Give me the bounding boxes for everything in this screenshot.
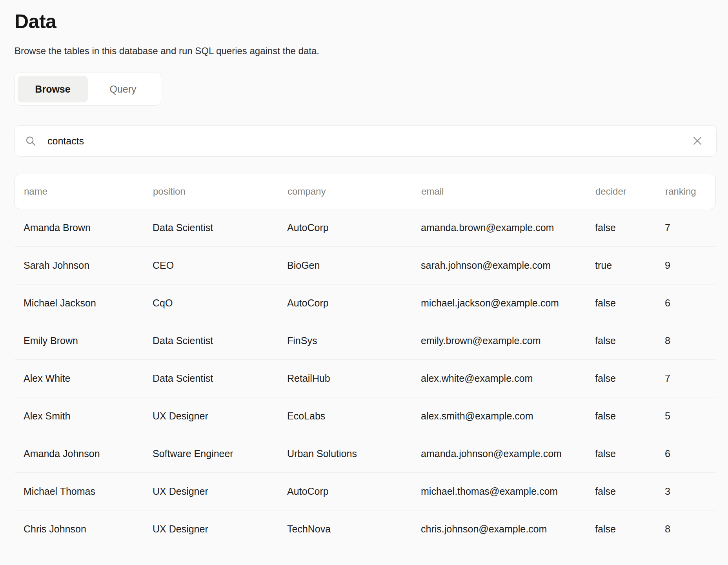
cell-decider: false	[595, 410, 665, 422]
cell-email: michael.thomas@example.com	[421, 486, 595, 497]
cell-name: Amanda Johnson	[24, 448, 153, 459]
column-header-ranking: ranking	[665, 186, 706, 197]
cell-email: amanda.johnson@example.com	[421, 448, 595, 459]
table-header-row: name position company email decider rank…	[15, 174, 716, 209]
cell-name: Alex White	[24, 373, 153, 384]
column-header-company: company	[288, 186, 421, 197]
cell-decider: false	[595, 373, 665, 384]
table-row[interactable]: Emily Brown Data Scientist FinSys emily.…	[15, 322, 716, 360]
cell-decider: false	[595, 222, 665, 233]
cell-name: Amanda Brown	[24, 222, 153, 233]
cell-ranking: 3	[665, 486, 707, 497]
cell-decider: false	[595, 486, 665, 497]
cell-ranking: 9	[665, 260, 707, 271]
cell-position: CqO	[153, 297, 287, 309]
cell-name: Chris Johnson	[24, 523, 153, 535]
cell-company: RetailHub	[287, 373, 421, 384]
tab-query[interactable]: Query	[88, 76, 158, 102]
cell-company: FinSys	[287, 335, 421, 346]
cell-name: Emily Brown	[24, 335, 153, 346]
cell-position: UX Designer	[153, 486, 287, 497]
cell-company: AutoCorp	[287, 297, 421, 309]
cell-decider: false	[595, 448, 665, 459]
cell-ranking: 6	[665, 448, 707, 459]
cell-email: sarah.johnson@example.com	[421, 260, 595, 271]
cell-company: EcoLabs	[287, 410, 421, 422]
cell-name: Michael Jackson	[24, 297, 153, 309]
table-search-bar[interactable]	[15, 125, 717, 157]
cell-position: UX Designer	[153, 410, 287, 422]
page-title: Data	[15, 10, 717, 33]
cell-decider: false	[595, 335, 665, 346]
cell-ranking: 8	[665, 335, 707, 346]
cell-position: Data Scientist	[153, 373, 287, 384]
table-row[interactable]: Michael Jackson CqO AutoCorp michael.jac…	[15, 284, 716, 322]
cell-decider: false	[595, 297, 665, 309]
browse-query-tab-group: Browse Query	[15, 73, 161, 106]
table-row[interactable]: Alex Smith UX Designer EcoLabs alex.smit…	[15, 397, 716, 435]
cell-name: Sarah Johnson	[24, 260, 153, 271]
table-row[interactable]: Sarah Johnson CEO BioGen sarah.johnson@e…	[15, 247, 716, 284]
table-row[interactable]: Michael Thomas UX Designer AutoCorp mich…	[15, 473, 716, 510]
column-header-decider: decider	[595, 186, 665, 197]
cell-company: AutoCorp	[287, 486, 421, 497]
search-input[interactable]	[47, 135, 690, 147]
cell-decider: false	[595, 523, 665, 535]
contacts-table: name position company email decider rank…	[15, 174, 716, 548]
cell-ranking: 5	[665, 410, 707, 422]
table-row[interactable]: Alex White Data Scientist RetailHub alex…	[15, 360, 716, 397]
column-header-email: email	[421, 186, 595, 197]
column-header-name: name	[24, 186, 153, 197]
cell-name: Alex Smith	[24, 410, 153, 422]
cell-ranking: 8	[665, 523, 707, 535]
cell-position: Data Scientist	[153, 335, 287, 346]
search-icon	[25, 135, 36, 147]
column-header-position: position	[153, 186, 288, 197]
clear-search-button[interactable]	[690, 133, 705, 149]
cell-position: UX Designer	[153, 523, 287, 535]
table-body: Amanda Brown Data Scientist AutoCorp ama…	[15, 209, 716, 548]
cell-email: michael.jackson@example.com	[421, 297, 595, 309]
table-row[interactable]: Amanda Johnson Software Engineer Urban S…	[15, 435, 716, 473]
cell-email: chris.johnson@example.com	[421, 523, 595, 535]
cell-decider: true	[595, 260, 665, 271]
cell-position: Software Engineer	[153, 448, 287, 459]
close-icon	[692, 135, 703, 147]
cell-ranking: 6	[665, 297, 707, 309]
cell-position: CEO	[153, 260, 287, 271]
page-subtitle: Browse the tables in this database and r…	[15, 46, 717, 56]
cell-ranking: 7	[665, 373, 707, 384]
cell-ranking: 7	[665, 222, 707, 233]
cell-company: Urban Solutions	[287, 448, 421, 459]
cell-email: emily.brown@example.com	[421, 335, 595, 346]
tab-browse[interactable]: Browse	[18, 76, 88, 102]
cell-email: alex.white@example.com	[421, 373, 595, 384]
cell-email: alex.smith@example.com	[421, 410, 595, 422]
data-page: Data Browse the tables in this database …	[0, 0, 728, 548]
cell-position: Data Scientist	[153, 222, 287, 233]
table-row[interactable]: Amanda Brown Data Scientist AutoCorp ama…	[15, 209, 716, 247]
cell-name: Michael Thomas	[24, 486, 153, 497]
cell-company: TechNova	[287, 523, 421, 535]
table-row[interactable]: Chris Johnson UX Designer TechNova chris…	[15, 510, 716, 548]
cell-company: AutoCorp	[287, 222, 421, 233]
cell-company: BioGen	[287, 260, 421, 271]
cell-email: amanda.brown@example.com	[421, 222, 595, 233]
